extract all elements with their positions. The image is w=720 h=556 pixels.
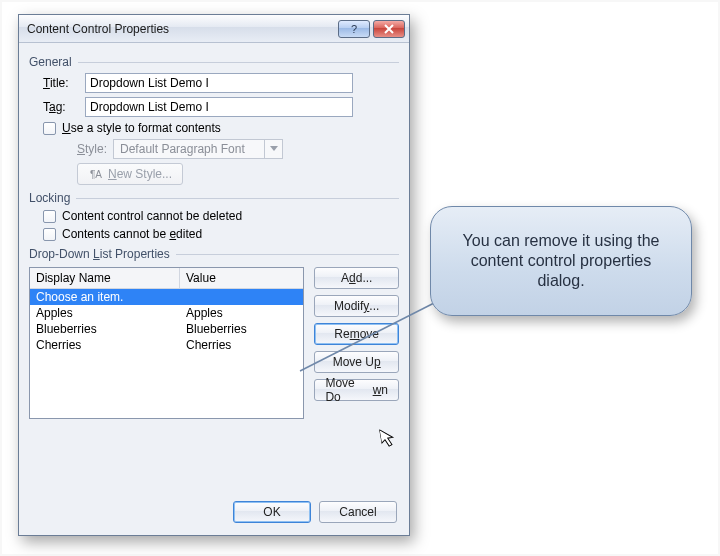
ddlp-listbox[interactable]: Display Name Value Choose an item.Apples… — [29, 267, 304, 419]
move-up-button[interactable]: Move Up — [314, 351, 399, 373]
use-style-checkbox[interactable] — [43, 122, 56, 135]
ddlp-buttons: Add... Modify... Remove Move Up Move Dow… — [314, 267, 399, 401]
style-combo: Default Paragraph Font — [113, 139, 283, 159]
style-combo-value: Default Paragraph Font — [114, 142, 264, 156]
tag-input[interactable] — [85, 97, 353, 117]
cannot-edit-label: Contents cannot be edited — [62, 227, 202, 241]
group-divider — [78, 62, 399, 63]
new-style-row: ¶A New Style... — [77, 163, 399, 185]
ddlp-list-rows: Choose an item.ApplesApplesBlueberriesBl… — [30, 289, 303, 418]
col-value: Value — [180, 268, 303, 288]
list-cell-display: Choose an item. — [30, 289, 180, 305]
list-item[interactable]: ApplesApples — [30, 305, 303, 321]
style-label: Style: — [77, 142, 107, 156]
list-cell-value — [180, 289, 303, 305]
group-ddlp: Drop-Down List Properties — [29, 247, 399, 261]
move-down-button[interactable]: Move Down — [314, 379, 399, 401]
style-row: Style: Default Paragraph Font — [77, 139, 399, 159]
callout-text: You can remove it using the content cont… — [449, 231, 673, 291]
use-style-label: Use a style to format contents — [62, 121, 221, 135]
ddlp-area: Display Name Value Choose an item.Apples… — [29, 261, 399, 419]
group-ddlp-label: Drop-Down List Properties — [29, 247, 170, 261]
help-button[interactable]: ? — [338, 20, 370, 38]
cancel-button[interactable]: Cancel — [319, 501, 397, 523]
tag-row: Tag: — [43, 97, 399, 117]
ok-button[interactable]: OK — [233, 501, 311, 523]
content-control-properties-dialog: Content Control Properties ? General Tit… — [18, 14, 410, 536]
cannot-delete-label: Content control cannot be deleted — [62, 209, 242, 223]
group-locking-label: Locking — [29, 191, 70, 205]
group-general: General — [29, 55, 399, 69]
tag-label: Tag: — [43, 100, 85, 114]
group-divider — [176, 254, 399, 255]
col-display-name: Display Name — [30, 268, 180, 288]
close-button[interactable] — [373, 20, 405, 38]
list-cell-value: Blueberries — [180, 321, 303, 337]
dialog-body: General Title: Tag: Use a style to forma… — [19, 43, 409, 429]
list-item[interactable]: BlueberriesBlueberries — [30, 321, 303, 337]
group-divider — [76, 198, 399, 199]
dialog-footer: OK Cancel — [233, 501, 397, 523]
use-style-row[interactable]: Use a style to format contents — [43, 121, 399, 135]
ddlp-list-header: Display Name Value — [30, 268, 303, 289]
title-input[interactable] — [85, 73, 353, 93]
title-row: Title: — [43, 73, 399, 93]
list-item[interactable]: Choose an item. — [30, 289, 303, 305]
modify-button[interactable]: Modify... — [314, 295, 399, 317]
new-style-icon: ¶A — [88, 167, 104, 181]
style-combo-dropdown — [264, 140, 282, 158]
close-icon — [384, 24, 394, 34]
dialog-titlebar[interactable]: Content Control Properties ? — [19, 15, 409, 43]
remove-button[interactable]: Remove — [314, 323, 399, 345]
list-cell-display: Blueberries — [30, 321, 180, 337]
list-cell-display: Cherries — [30, 337, 180, 353]
list-cell-value: Cherries — [180, 337, 303, 353]
group-general-label: General — [29, 55, 72, 69]
dialog-title: Content Control Properties — [27, 22, 335, 36]
cannot-edit-checkbox[interactable] — [43, 228, 56, 241]
callout-bubble: You can remove it using the content cont… — [430, 206, 692, 316]
group-locking: Locking — [29, 191, 399, 205]
new-style-button-label: New Style... — [108, 167, 172, 181]
add-button[interactable]: Add... — [314, 267, 399, 289]
list-cell-display: Apples — [30, 305, 180, 321]
title-label: Title: — [43, 76, 85, 90]
list-item[interactable]: CherriesCherries — [30, 337, 303, 353]
new-style-button: ¶A New Style... — [77, 163, 183, 185]
chevron-down-icon — [270, 146, 278, 152]
cannot-delete-row[interactable]: Content control cannot be deleted — [43, 209, 399, 223]
cannot-edit-row[interactable]: Contents cannot be edited — [43, 227, 399, 241]
list-cell-value: Apples — [180, 305, 303, 321]
cannot-delete-checkbox[interactable] — [43, 210, 56, 223]
